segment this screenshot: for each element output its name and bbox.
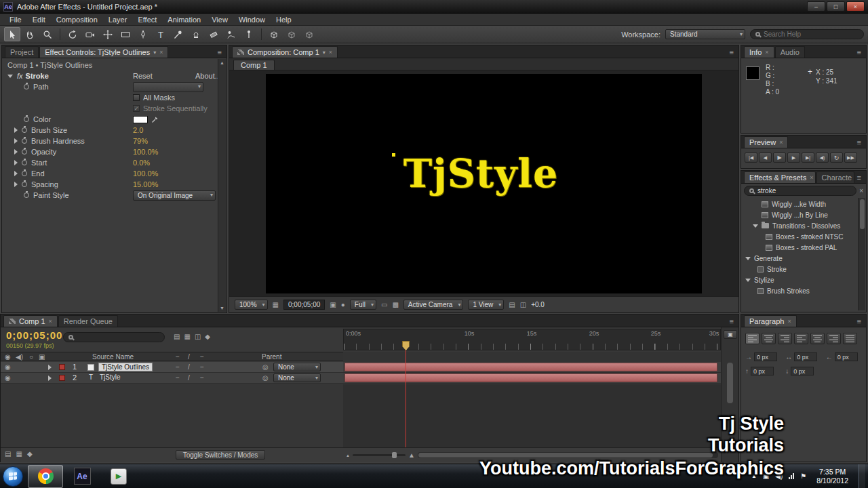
- twirl-closed-icon[interactable]: [14, 138, 18, 144]
- stopwatch-icon[interactable]: [22, 182, 27, 187]
- pickwhip-icon[interactable]: ◎: [262, 375, 269, 382]
- align-right-button[interactable]: [778, 333, 792, 344]
- layer-switch-icon[interactable]: −: [176, 364, 180, 371]
- category-folder[interactable]: Generate: [744, 253, 856, 264]
- presets-scrollbar[interactable]: [858, 198, 865, 310]
- timeline-search-box[interactable]: [63, 332, 165, 342]
- tab-timeline-comp[interactable]: Comp 1×: [3, 315, 58, 327]
- fx-switch-icon[interactable]: /: [188, 375, 190, 382]
- menu-effect[interactable]: Effect: [132, 14, 162, 26]
- layer-name[interactable]: TjStyle Outlines: [98, 363, 153, 371]
- twirl-open-icon[interactable]: [753, 224, 758, 228]
- taskbar-browser-button[interactable]: [28, 465, 63, 488]
- region-of-interest-icon[interactable]: ▭: [381, 302, 387, 308]
- layer-row[interactable]: ◉ 1 TjStyle Outlines − / − ◎ None: [1, 362, 343, 373]
- tab-effect-controls[interactable]: Effect Controls: TjStyle Outlines ▾ ×: [39, 46, 168, 58]
- comp-viewer-tab[interactable]: Comp 1: [233, 60, 275, 70]
- timeline-search-input[interactable]: [77, 333, 159, 341]
- brush-hardness-value[interactable]: 79%: [133, 137, 148, 145]
- expand-transfer-controls-icon[interactable]: ▦: [16, 451, 22, 458]
- preset-item[interactable]: Boxes - stroked PAL: [744, 242, 856, 253]
- first-frame-button[interactable]: |◀: [745, 152, 757, 163]
- loop-button[interactable]: ↻: [830, 152, 843, 163]
- layer-row[interactable]: ◉ 2 T TjStyle − / − ◎ None: [1, 373, 343, 384]
- pickwhip-icon[interactable]: ◎: [262, 364, 269, 371]
- tab-render-queue[interactable]: Render Queue: [58, 315, 118, 327]
- audio-toggle-button[interactable]: ◀): [816, 152, 829, 163]
- pen-tool[interactable]: [135, 27, 151, 41]
- menu-view[interactable]: View: [206, 14, 233, 26]
- panel-menu-icon[interactable]: ≡: [855, 48, 863, 56]
- last-frame-button[interactable]: ▶|: [802, 152, 814, 163]
- category-folder[interactable]: Stylize: [744, 274, 856, 285]
- draft-3d-icon[interactable]: ▦: [184, 333, 190, 340]
- shape-tool[interactable]: [117, 27, 134, 41]
- justify-last-center-button[interactable]: [810, 333, 825, 344]
- eyedropper-icon[interactable]: [151, 115, 159, 123]
- network-icon[interactable]: [789, 473, 794, 479]
- tab-paragraph[interactable]: Paragraph×: [744, 315, 797, 327]
- close-button[interactable]: ×: [846, 1, 865, 12]
- pixel-aspect-icon[interactable]: ◫: [520, 302, 526, 308]
- twirl-open-icon[interactable]: [7, 75, 13, 78]
- layer-switch-icon[interactable]: −: [200, 364, 204, 371]
- taskbar-media-player-button[interactable]: ▶: [101, 465, 136, 488]
- stopwatch-icon[interactable]: [22, 149, 27, 155]
- viewer-timecode[interactable]: 0;00;05;00: [283, 300, 325, 310]
- preset-item[interactable]: Boxes - stroked NTSC: [744, 231, 856, 242]
- magnification-dropdown[interactable]: 100%: [235, 300, 268, 310]
- zoom-in-mountain-icon[interactable]: ▲: [408, 452, 415, 459]
- stopwatch-icon[interactable]: [24, 84, 29, 89]
- reset-effect-link[interactable]: Reset: [133, 72, 153, 80]
- tab-close-icon[interactable]: ×: [329, 49, 332, 56]
- start-button[interactable]: [3, 466, 23, 487]
- panel-menu-icon[interactable]: ≡: [728, 317, 736, 325]
- layer-switch-icon[interactable]: −: [200, 375, 204, 382]
- pan-behind-tool[interactable]: [100, 27, 116, 41]
- twirl-closed-icon[interactable]: [14, 171, 18, 176]
- workspace-dropdown[interactable]: Standard: [665, 29, 745, 39]
- stopwatch-icon[interactable]: [24, 192, 29, 198]
- stopwatch-icon[interactable]: [22, 160, 27, 165]
- layer-duration-bar[interactable]: [344, 373, 717, 382]
- panel-menu-icon[interactable]: ≡: [216, 48, 224, 56]
- source-name-column-header[interactable]: Source Name: [92, 353, 134, 361]
- tab-close-icon[interactable]: ×: [765, 49, 768, 56]
- previous-frame-button[interactable]: ◀: [759, 152, 772, 163]
- camera-tool[interactable]: [82, 27, 98, 41]
- selection-tool[interactable]: [4, 27, 20, 41]
- menu-window[interactable]: Window: [233, 14, 271, 26]
- menu-help[interactable]: Help: [271, 14, 297, 26]
- panel-menu-icon[interactable]: ≡: [728, 48, 736, 56]
- chevron-down-icon[interactable]: ▾: [153, 49, 156, 56]
- panel-menu-icon[interactable]: ≡: [855, 138, 863, 146]
- effect-item[interactable]: Brush Strokes: [744, 285, 856, 296]
- brush-tool[interactable]: [170, 27, 186, 41]
- preset-item[interactable]: Wiggly ...ke Width: [744, 199, 856, 209]
- presets-search-box[interactable]: [744, 186, 856, 196]
- align-center-button[interactable]: [762, 333, 776, 344]
- tab-close-icon[interactable]: ×: [810, 174, 813, 181]
- tab-close-icon[interactable]: ×: [159, 49, 163, 56]
- scrollbar-thumb[interactable]: [860, 199, 865, 229]
- snapshot-icon[interactable]: ▣: [330, 302, 336, 308]
- graph-editor-icon[interactable]: ◆: [205, 333, 210, 340]
- scroll-down-icon[interactable]: ▼: [220, 306, 224, 310]
- tab-project[interactable]: Project: [5, 46, 39, 58]
- tab-audio[interactable]: Audio: [775, 46, 805, 58]
- opacity-value[interactable]: 100.0%: [133, 148, 158, 156]
- layer-duration-bar[interactable]: [344, 363, 717, 371]
- timeline-h-scrollbar[interactable]: [418, 452, 718, 458]
- stopwatch-icon[interactable]: [22, 127, 27, 133]
- play-button[interactable]: ▶: [773, 152, 786, 163]
- layer-switch-icon[interactable]: −: [176, 375, 180, 382]
- parent-dropdown[interactable]: None: [273, 363, 321, 371]
- first-line-indent-field[interactable]: ↔0 px: [785, 352, 821, 361]
- type-tool[interactable]: T: [153, 27, 169, 41]
- twirl-closed-icon[interactable]: [48, 365, 52, 370]
- tab-close-icon[interactable]: ×: [779, 139, 783, 146]
- indent-left-field[interactable]: →0 px: [745, 352, 781, 361]
- twirl-closed-icon[interactable]: [14, 127, 18, 133]
- space-before-field[interactable]: ↑0 px: [745, 367, 781, 375]
- hand-tool[interactable]: [22, 27, 38, 41]
